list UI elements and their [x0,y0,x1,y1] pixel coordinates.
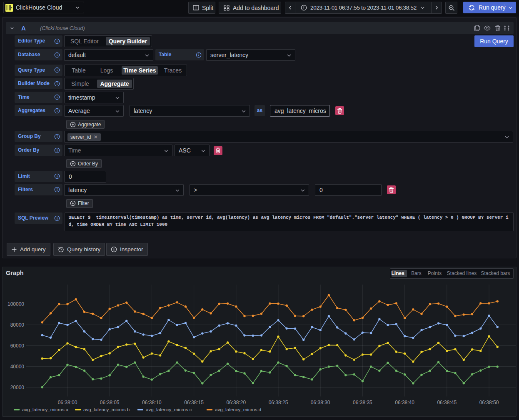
svg-text:20000: 20000 [10,385,25,390]
svg-text:06:38:45: 06:38:45 [437,400,457,405]
svg-text:06:38:10: 06:38:10 [142,400,162,405]
svg-text:06:38:15: 06:38:15 [184,400,204,405]
svg-text:06:38:20: 06:38:20 [226,400,246,405]
svg-text:40000: 40000 [10,364,25,370]
svg-text:06:38:35: 06:38:35 [353,400,372,405]
svg-text:80000: 80000 [10,322,25,328]
svg-text:60000: 60000 [10,343,25,349]
svg-text:06:38:30: 06:38:30 [311,400,330,405]
svg-text:06:38:00: 06:38:00 [58,400,77,405]
svg-text:100000: 100000 [7,301,24,307]
svg-text:06:38:50: 06:38:50 [479,400,499,405]
svg-text:06:38:05: 06:38:05 [100,400,120,405]
svg-text:06:38:40: 06:38:40 [395,400,414,405]
svg-text:06:38:25: 06:38:25 [269,400,288,405]
